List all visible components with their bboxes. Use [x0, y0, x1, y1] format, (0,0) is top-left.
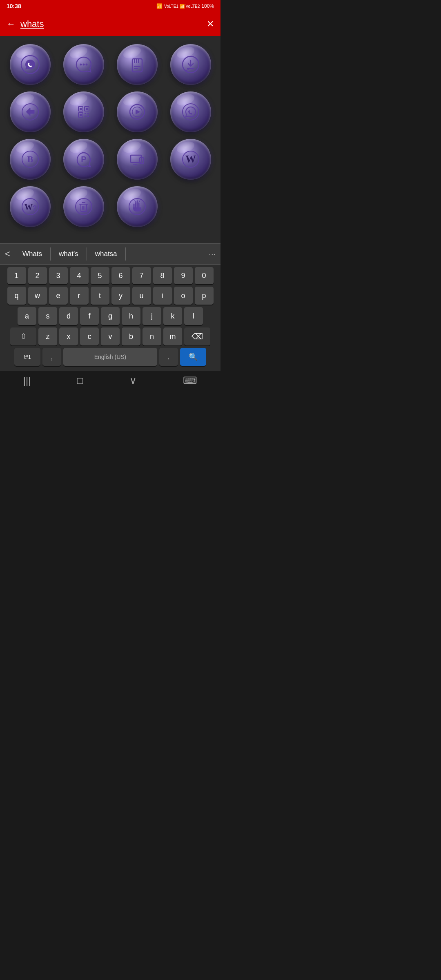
key-p[interactable]: p — [195, 287, 214, 305]
svg-text:W: W — [24, 203, 33, 212]
svg-rect-16 — [86, 108, 88, 110]
key-w[interactable]: w — [28, 287, 47, 305]
list-item[interactable] — [63, 44, 104, 85]
bottom-row: !#1 , English (US) . 🔍 — [2, 348, 219, 366]
nav-back[interactable]: ||| — [23, 375, 31, 386]
whatsapp-classic-icon[interactable] — [170, 91, 211, 132]
period-key[interactable]: . — [159, 348, 178, 366]
whatsapp-icon[interactable] — [10, 44, 51, 85]
shift-key[interactable]: ⇧ — [10, 327, 36, 345]
search-bar: ← whats ✕ — [0, 12, 220, 36]
key-g[interactable]: g — [101, 307, 120, 325]
nav-recents[interactable]: ∨ — [129, 375, 137, 386]
list-item[interactable]: P — [63, 139, 104, 180]
svg-rect-5 — [134, 59, 135, 63]
key-a[interactable]: a — [18, 307, 36, 325]
sd-card-icon[interactable] — [117, 44, 158, 85]
arrow-bubble-icon[interactable] — [10, 91, 51, 132]
b-letter-icon[interactable]: B — [10, 139, 51, 180]
svg-rect-19 — [85, 113, 86, 114]
svg-text:W: W — [185, 153, 196, 165]
key-b[interactable]: b — [122, 327, 140, 345]
key-8[interactable]: 8 — [153, 267, 172, 284]
key-x[interactable]: x — [59, 327, 78, 345]
p-bubble-icon[interactable]: P — [63, 139, 104, 180]
key-2[interactable]: 2 — [28, 267, 47, 284]
clear-button[interactable]: ✕ — [207, 19, 214, 29]
svg-rect-6 — [136, 59, 137, 63]
list-item[interactable] — [117, 139, 158, 180]
comma-key[interactable]: , — [42, 348, 61, 366]
punct-key[interactable]: !#1 — [14, 348, 40, 366]
key-c[interactable]: c — [80, 327, 99, 345]
nav-home[interactable]: □ — [77, 375, 83, 386]
list-item[interactable] — [170, 44, 211, 85]
key-r[interactable]: r — [70, 287, 89, 305]
key-5[interactable]: 5 — [91, 267, 109, 284]
key-l[interactable]: l — [184, 307, 203, 325]
nav-keyboard[interactable]: ⌨ — [183, 375, 197, 386]
key-z[interactable]: z — [38, 327, 57, 345]
key-0[interactable]: 0 — [195, 267, 214, 284]
key-e[interactable]: e — [49, 287, 68, 305]
dots-bubble-icon[interactable] — [63, 44, 104, 85]
autocomplete-suggestion-0[interactable]: Whats — [14, 247, 51, 261]
autocomplete-suggestion-2[interactable]: whatsa — [87, 247, 126, 261]
key-f[interactable]: f — [80, 307, 99, 325]
backspace-key[interactable]: ⌫ — [184, 327, 210, 345]
key-6[interactable]: 6 — [111, 267, 130, 284]
list-item[interactable] — [10, 44, 51, 85]
key-h[interactable]: h — [122, 307, 140, 325]
multi-device-icon[interactable] — [117, 139, 158, 180]
svg-point-1 — [80, 64, 82, 66]
key-u[interactable]: u — [132, 287, 151, 305]
autocomplete-back[interactable]: < — [5, 249, 14, 259]
list-item[interactable] — [10, 91, 51, 132]
list-item[interactable] — [63, 186, 104, 227]
svg-text:?: ? — [32, 204, 37, 212]
key-o[interactable]: o — [174, 287, 193, 305]
list-item[interactable]: B — [10, 139, 51, 180]
play-bubble-icon[interactable] — [117, 91, 158, 132]
key-d[interactable]: d — [59, 307, 78, 325]
key-t[interactable]: t — [91, 287, 109, 305]
key-k[interactable]: k — [163, 307, 182, 325]
autocomplete-suggestion-1[interactable]: what's — [51, 247, 87, 261]
w-question-icon[interactable]: W ? — [10, 186, 51, 227]
key-y[interactable]: y — [111, 287, 130, 305]
hand-wave-icon[interactable] — [117, 186, 158, 227]
key-i[interactable]: i — [153, 287, 172, 305]
key-m[interactable]: m — [163, 327, 182, 345]
list-item[interactable]: W — [170, 139, 211, 180]
search-query[interactable]: whats — [20, 19, 202, 29]
list-item[interactable] — [117, 186, 158, 227]
qr-code-icon[interactable] — [63, 91, 104, 132]
signal-text: VoLTE1 📶 VoLTE2 — [164, 4, 200, 9]
key-3[interactable]: 3 — [49, 267, 68, 284]
key-s[interactable]: s — [38, 307, 57, 325]
key-v[interactable]: v — [101, 327, 120, 345]
download-bubble-icon[interactable] — [170, 44, 211, 85]
key-1[interactable]: 1 — [7, 267, 26, 284]
space-key[interactable]: English (US) — [63, 348, 157, 366]
w-letter-icon[interactable]: W — [170, 139, 211, 180]
key-j[interactable]: j — [143, 307, 161, 325]
search-key[interactable]: 🔍 — [180, 348, 206, 366]
autocomplete-more[interactable]: ··· — [209, 249, 216, 259]
trash-icon[interactable] — [63, 186, 104, 227]
key-9[interactable]: 9 — [174, 267, 193, 284]
back-button[interactable]: ← — [7, 19, 16, 29]
key-4[interactable]: 4 — [70, 267, 89, 284]
zxcv-row: ⇧ z x c v b n m ⌫ — [2, 327, 219, 345]
number-row: 1 2 3 4 5 6 7 8 9 0 — [2, 267, 219, 284]
list-item[interactable]: W ? — [10, 186, 51, 227]
wifi-icon: 📶 — [156, 3, 163, 9]
svg-rect-21 — [85, 116, 86, 117]
list-item[interactable] — [63, 91, 104, 132]
list-item[interactable] — [117, 44, 158, 85]
key-q[interactable]: q — [7, 287, 26, 305]
key-n[interactable]: n — [143, 327, 161, 345]
list-item[interactable] — [117, 91, 158, 132]
key-7[interactable]: 7 — [132, 267, 151, 284]
list-item[interactable] — [170, 91, 211, 132]
